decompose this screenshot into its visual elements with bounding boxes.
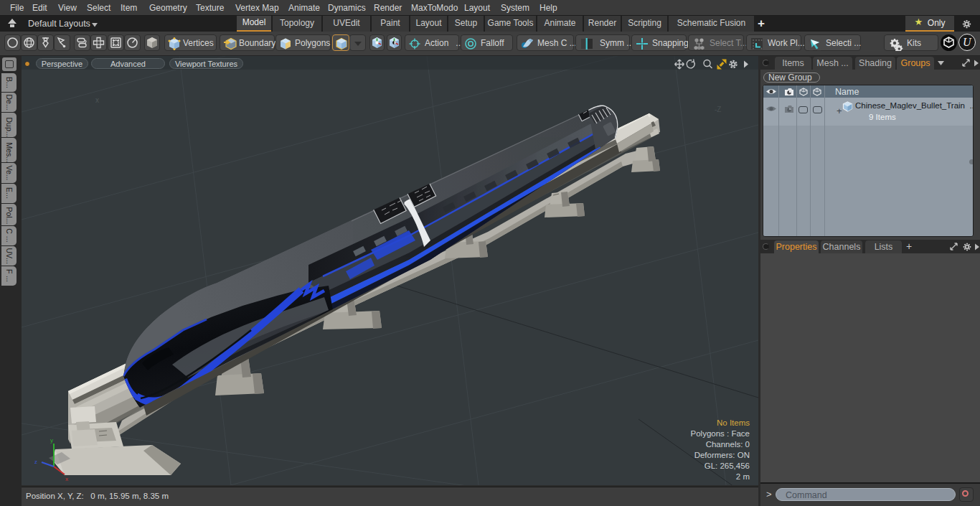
svg-text:y: y: [50, 437, 53, 444]
svg-text:-Z: -Z: [715, 106, 721, 113]
svg-text:x: x: [95, 96, 99, 104]
svg-text:x: x: [65, 476, 68, 482]
svg-text:z: z: [34, 459, 37, 465]
